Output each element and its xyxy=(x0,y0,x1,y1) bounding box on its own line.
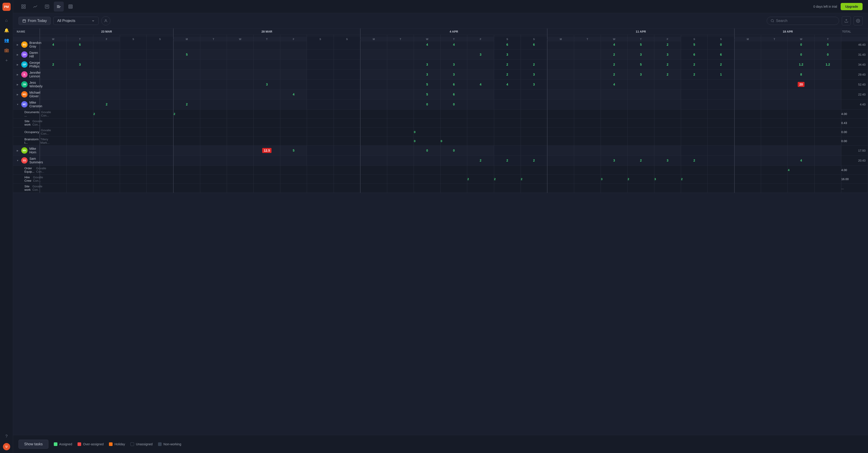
day-cell[interactable] xyxy=(735,50,761,59)
day-cell[interactable] xyxy=(254,183,280,193)
day-cell[interactable]: 3 xyxy=(414,59,440,69)
day-cell[interactable] xyxy=(681,145,708,155)
day-cell[interactable] xyxy=(93,174,120,183)
day-cell[interactable]: 2 xyxy=(708,59,734,69)
day-cell[interactable]: 1 xyxy=(708,69,734,79)
day-cell[interactable]: 3 xyxy=(521,69,547,79)
day-cell[interactable] xyxy=(681,137,708,145)
day-cell[interactable] xyxy=(120,109,147,118)
day-cell[interactable] xyxy=(654,145,681,155)
day-cell[interactable] xyxy=(360,50,387,59)
day-cell[interactable]: 5 xyxy=(174,50,200,59)
day-cell[interactable] xyxy=(814,155,841,165)
day-cell[interactable] xyxy=(40,155,66,165)
day-cell[interactable]: 2 xyxy=(40,59,66,69)
day-cell[interactable] xyxy=(227,183,253,193)
day-cell[interactable] xyxy=(147,69,174,79)
day-cell[interactable] xyxy=(788,118,814,128)
day-cell[interactable] xyxy=(200,69,227,79)
day-cell[interactable] xyxy=(280,69,307,79)
day-cell[interactable]: 4 xyxy=(788,165,814,174)
day-cell[interactable] xyxy=(174,137,200,145)
sidebar-item-people[interactable]: 👥 xyxy=(2,36,11,44)
day-cell[interactable] xyxy=(574,50,601,59)
day-cell[interactable] xyxy=(174,89,200,99)
day-cell[interactable] xyxy=(334,183,360,193)
day-cell[interactable] xyxy=(814,69,841,79)
day-cell[interactable] xyxy=(387,118,414,128)
day-cell[interactable] xyxy=(788,145,814,155)
day-cell[interactable] xyxy=(200,89,227,99)
day-cell[interactable] xyxy=(414,165,440,174)
day-cell[interactable] xyxy=(174,155,200,165)
day-cell[interactable] xyxy=(521,109,547,118)
settings-button[interactable] xyxy=(854,16,863,25)
day-cell[interactable] xyxy=(174,128,200,137)
day-cell[interactable] xyxy=(40,69,66,79)
expand-button[interactable]: ▶ xyxy=(16,73,20,76)
day-cell[interactable] xyxy=(66,69,93,79)
day-cell[interactable] xyxy=(735,145,761,155)
day-cell[interactable] xyxy=(387,99,414,109)
day-cell[interactable]: 2 xyxy=(601,50,627,59)
day-cell[interactable] xyxy=(574,165,601,174)
day-cell[interactable]: 1.2 xyxy=(814,59,841,69)
day-cell[interactable] xyxy=(708,155,734,165)
day-cell[interactable] xyxy=(334,174,360,183)
day-cell[interactable] xyxy=(761,109,788,118)
day-cell[interactable] xyxy=(547,79,574,89)
day-cell[interactable] xyxy=(414,118,440,128)
day-cell[interactable] xyxy=(66,50,93,59)
day-cell[interactable] xyxy=(814,128,841,137)
day-cell[interactable]: 20 xyxy=(788,79,814,89)
day-cell[interactable] xyxy=(708,174,734,183)
day-cell[interactable] xyxy=(280,137,307,145)
day-cell[interactable] xyxy=(467,89,494,99)
day-cell[interactable] xyxy=(334,69,360,79)
day-cell[interactable] xyxy=(334,165,360,174)
day-cell[interactable] xyxy=(66,183,93,193)
day-cell[interactable] xyxy=(494,109,521,118)
day-cell[interactable] xyxy=(227,118,253,128)
day-cell[interactable] xyxy=(40,50,66,59)
day-cell[interactable] xyxy=(521,118,547,128)
day-cell[interactable] xyxy=(147,50,174,59)
day-cell[interactable] xyxy=(280,109,307,118)
day-cell[interactable] xyxy=(814,137,841,145)
day-cell[interactable] xyxy=(440,155,467,165)
day-cell[interactable]: 2 xyxy=(601,59,627,69)
day-cell[interactable]: 2 xyxy=(521,155,547,165)
day-cell[interactable] xyxy=(387,165,414,174)
day-cell[interactable] xyxy=(200,59,227,69)
day-cell[interactable] xyxy=(254,174,280,183)
upgrade-button[interactable]: Upgrade xyxy=(841,3,863,10)
day-cell[interactable] xyxy=(66,137,93,145)
day-cell[interactable] xyxy=(601,118,627,128)
day-cell[interactable] xyxy=(467,69,494,79)
day-cell[interactable] xyxy=(601,183,627,193)
day-cell[interactable]: 2 xyxy=(654,59,681,69)
day-cell[interactable] xyxy=(387,59,414,69)
day-cell[interactable] xyxy=(440,128,467,137)
day-cell[interactable] xyxy=(227,174,253,183)
day-cell[interactable] xyxy=(334,155,360,165)
day-cell[interactable] xyxy=(307,59,334,69)
day-cell[interactable]: 3 xyxy=(627,50,654,59)
day-cell[interactable] xyxy=(521,165,547,174)
day-cell[interactable] xyxy=(735,69,761,79)
day-cell[interactable] xyxy=(334,118,360,128)
day-cell[interactable] xyxy=(334,89,360,99)
day-cell[interactable] xyxy=(574,59,601,69)
day-cell[interactable]: 1.2 xyxy=(788,59,814,69)
day-cell[interactable]: 4 xyxy=(494,79,521,89)
day-cell[interactable] xyxy=(654,165,681,174)
day-cell[interactable] xyxy=(387,50,414,59)
day-cell[interactable] xyxy=(735,183,761,193)
day-cell[interactable] xyxy=(93,79,120,89)
day-cell[interactable]: 5 xyxy=(280,145,307,155)
day-cell[interactable] xyxy=(334,99,360,109)
day-cell[interactable] xyxy=(414,174,440,183)
day-cell[interactable]: 5 xyxy=(627,59,654,69)
expand-button[interactable]: ▶ xyxy=(16,83,20,86)
day-cell[interactable] xyxy=(654,79,681,89)
